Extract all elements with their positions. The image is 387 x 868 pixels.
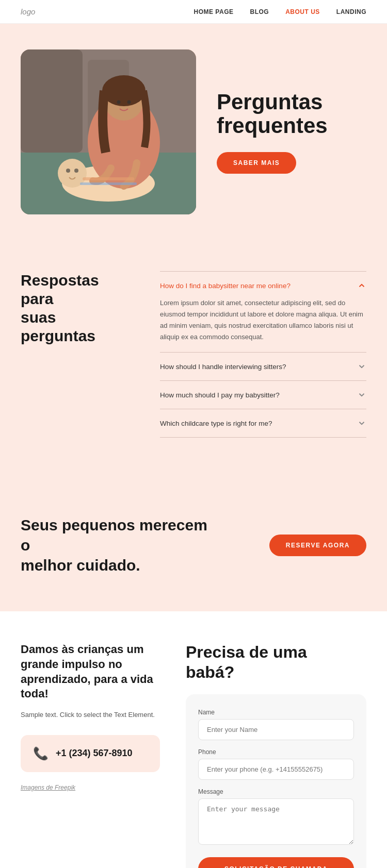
hero-image — [21, 49, 196, 214]
faq-question-4[interactable]: Which childcare type is right for me? — [160, 419, 366, 428]
faq-item: How much should I pay my babysitter? — [160, 381, 366, 409]
contact-section: Damos às crianças um grande impulso no a… — [0, 611, 387, 868]
hero-cta-button[interactable]: SABER MAIS — [217, 152, 296, 174]
faq-question-3[interactable]: How much should I pay my babysitter? — [160, 390, 366, 399]
faq-question-text-2: How should I handle interviewing sitters… — [160, 363, 286, 371]
faq-list: How do I find a babysitter near me onlin… — [160, 271, 366, 438]
name-label: Name — [198, 709, 354, 716]
hero-section: Perguntas frequentes SABER MAIS — [0, 24, 387, 240]
hero-text: Perguntas frequentes SABER MAIS — [217, 90, 366, 174]
contact-right: Precisa de uma babá? Name Phone Message … — [186, 642, 366, 868]
phone-number: +1 (234) 567-8910 — [56, 748, 133, 759]
nav-about[interactable]: ABOUT US — [285, 8, 320, 15]
contact-left: Damos às crianças um grande impulso no a… — [21, 642, 160, 868]
phone-form-group: Phone — [198, 748, 354, 780]
nav-landing[interactable]: LANDING — [336, 8, 366, 15]
svg-rect-14 — [80, 182, 137, 185]
svg-point-10 — [102, 75, 146, 106]
nav-blog[interactable]: BLOG — [250, 8, 269, 15]
faq-question-text-4: Which childcare type is right for me? — [160, 420, 272, 427]
phone-card: 📞 +1 (234) 567-8910 — [21, 735, 160, 772]
submit-button[interactable]: SOLICITAÇÃO DE CHAMADA — [198, 857, 354, 868]
message-form-group: Message — [198, 788, 354, 847]
chevron-down-icon — [357, 419, 366, 428]
phone-input[interactable] — [198, 759, 354, 780]
faq-question-1[interactable]: How do I find a babysitter near me onlin… — [160, 281, 366, 290]
faq-section: Respostas para suas perguntas How do I f… — [0, 240, 387, 479]
message-label: Message — [198, 788, 354, 795]
nav-links: HOME PAGE BLOG ABOUT US LANDING — [194, 8, 366, 15]
name-form-group: Name — [198, 709, 354, 740]
hero-title: Perguntas frequentes — [217, 90, 366, 138]
svg-rect-13 — [83, 177, 134, 180]
faq-item: How should I handle interviewing sitters… — [160, 353, 366, 381]
faq-left: Respostas para suas perguntas — [21, 271, 134, 438]
hero-image-placeholder — [21, 49, 196, 214]
faq-section-title: Respostas para suas perguntas — [21, 271, 134, 345]
faq-question-text-1: How do I find a babysitter near me onlin… — [160, 282, 291, 290]
faq-question-text-3: How much should I pay my babysitter? — [160, 391, 280, 399]
phone-icon: 📞 — [33, 746, 49, 761]
nav-home[interactable]: HOME PAGE — [194, 8, 234, 15]
message-textarea[interactable] — [198, 798, 354, 845]
chevron-up-icon — [357, 281, 366, 290]
name-input[interactable] — [198, 719, 354, 740]
navbar: logo HOME PAGE BLOG ABOUT US LANDING — [0, 0, 387, 24]
svg-point-6 — [66, 169, 70, 173]
contact-form-card: Name Phone Message SOLICITAÇÃO DE CHAMAD… — [186, 694, 366, 868]
reserve-now-button[interactable]: RESERVE AGORA — [269, 535, 366, 556]
contact-left-text: Sample text. Click to select the Text El… — [21, 710, 160, 721]
contact-left-title: Damos às crianças um grande impulso no a… — [21, 642, 160, 701]
phone-label: Phone — [198, 748, 354, 756]
faq-answer-1: Lorem ipsum dolor sit amet, consectetur … — [160, 297, 366, 343]
chevron-down-icon — [357, 390, 366, 399]
logo: logo — [21, 7, 35, 16]
freepik-credit[interactable]: Imagens de Freepik — [21, 784, 75, 791]
svg-point-12 — [127, 101, 131, 104]
svg-point-11 — [117, 101, 121, 104]
faq-item: How do I find a babysitter near me onlin… — [160, 271, 366, 353]
svg-point-7 — [74, 169, 78, 173]
svg-rect-1 — [21, 49, 83, 153]
cta-section: Seus pequenos merecem o melhor cuidado. … — [0, 479, 387, 611]
contact-right-title: Precisa de uma babá? — [186, 642, 366, 682]
chevron-down-icon — [357, 362, 366, 371]
faq-question-2[interactable]: How should I handle interviewing sitters… — [160, 362, 366, 371]
cta-title: Seus pequenos merecem o melhor cuidado. — [21, 515, 217, 575]
faq-item: Which childcare type is right for me? — [160, 409, 366, 438]
